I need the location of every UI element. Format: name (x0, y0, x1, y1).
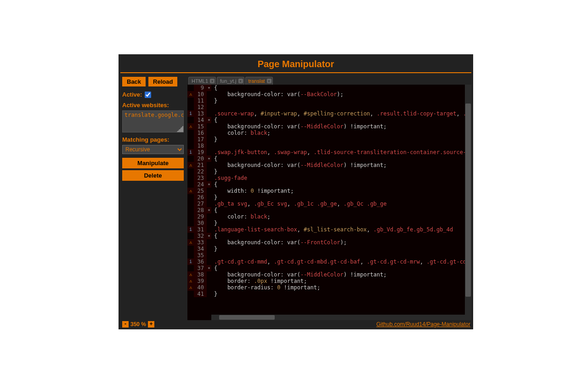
code-line[interactable]: ⚠10 background-color: var(--BackColor); (187, 91, 471, 98)
matching-pages-select[interactable]: Recursive (122, 145, 184, 154)
code-line[interactable]: i31.language-list-search-box, #sl_list-s… (187, 226, 471, 233)
code-line[interactable]: 18 (187, 143, 471, 149)
code-line[interactable]: 24▾{ (187, 181, 471, 188)
code-line[interactable]: ⚠25 width: 0 !important; (187, 188, 471, 194)
fold-icon[interactable]: ▾ (207, 85, 211, 91)
code-line[interactable]: 35 (187, 252, 471, 259)
tabs: HTML1xfun_yt.jxtranslatx (187, 77, 471, 85)
code-line[interactable]: 32▾{ (187, 233, 471, 239)
code-line[interactable]: ⚠21 background-color: var(--MiddleColor)… (187, 162, 471, 168)
tab-label: translat (249, 78, 265, 84)
code-content: } (211, 168, 217, 175)
code-line[interactable]: ⚠15 background-color: var(--MiddleColor)… (187, 123, 471, 130)
code-line[interactable]: 29 color: black; (187, 213, 471, 220)
code-line[interactable]: 23.sugg-fade (187, 175, 471, 181)
fold-icon[interactable]: ▾ (207, 207, 211, 213)
close-icon[interactable]: x (267, 79, 271, 83)
code-line[interactable]: i19.swap.jfk-button, .swap-wrap, .tlid-s… (187, 149, 471, 155)
line-number: 22 (194, 168, 207, 175)
zoom-in-button[interactable]: + (148, 321, 154, 328)
line-number: 32 (194, 233, 207, 239)
code-line[interactable]: 27.gb_ta svg, .gb_Ec svg, .gb_1c .gb_ge,… (187, 201, 471, 207)
code-line[interactable]: 26} (187, 194, 471, 201)
line-number: 16 (194, 130, 207, 136)
code-content: } (211, 246, 217, 252)
tab-translat[interactable]: translatx (245, 77, 273, 85)
code-line[interactable]: ⚠39 border: .0px !important; (187, 278, 471, 284)
fold-icon[interactable]: ▾ (207, 155, 211, 162)
code-content: background-color: var(--FrontColor); (211, 239, 347, 246)
code-line[interactable]: 16 color: black; (187, 130, 471, 136)
close-icon[interactable]: x (238, 79, 243, 83)
line-number: 36 (194, 259, 207, 265)
line-number: 33 (194, 239, 207, 246)
line-number: 24 (194, 181, 207, 188)
code-content: .gt-cd.gt-cd-mmd, .gt-cd.gt-cd-mbd.gt-cd… (211, 259, 471, 265)
code-line[interactable]: 30} (187, 220, 471, 226)
code-content: .gb_ta svg, .gb_Ec svg, .gb_1c .gb_ge, .… (211, 201, 387, 207)
zoom-out-button[interactable]: - (122, 321, 129, 328)
code-line[interactable]: 9▾{ (187, 85, 471, 91)
code-line[interactable]: 34} (187, 246, 471, 252)
info-icon: i (187, 259, 194, 265)
body: Back Reload Active: Active websites: tra… (119, 73, 473, 320)
code-line[interactable]: 28▾{ (187, 207, 471, 213)
fold-icon[interactable]: ▾ (207, 233, 211, 239)
delete-button[interactable]: Delete (122, 170, 184, 181)
code-line[interactable]: 20▾{ (187, 155, 471, 162)
code-content: background-color: var(--MiddleColor) !im… (211, 162, 387, 168)
code-line[interactable]: 41} (187, 291, 471, 297)
code-content: color: black; (211, 130, 271, 136)
line-number: 20 (194, 155, 207, 162)
warning-icon: ⚠ (187, 123, 194, 130)
warning-icon: ⚠ (187, 278, 194, 284)
code-content: } (211, 136, 217, 143)
main: HTML1xfun_yt.jxtranslatx 9▾{⚠10 backgrou… (187, 77, 471, 320)
code-line[interactable]: i13.source-wrap, #input-wrap, #spelling-… (187, 110, 471, 117)
code-line[interactable]: ⚠38 background-color: var(--MiddleColor)… (187, 271, 471, 278)
warning-icon: ⚠ (187, 239, 194, 246)
line-number: 25 (194, 188, 207, 194)
code-line[interactable]: 37▾{ (187, 265, 471, 271)
horizontal-scrollbar[interactable] (211, 315, 465, 320)
footer: - 350 % + Github.com/Ruud14/Page-Manipul… (119, 320, 473, 329)
fold-icon[interactable]: ▾ (207, 117, 211, 123)
tab-HTML1[interactable]: HTML1x (188, 77, 216, 85)
code-line[interactable]: 12 (187, 104, 471, 110)
active-checkbox[interactable] (145, 92, 151, 98)
code-line[interactable]: 14▾{ (187, 117, 471, 123)
code-content: background-color: var(--BackColor); (211, 91, 344, 98)
code-line[interactable]: 17} (187, 136, 471, 143)
warning-icon: ⚠ (187, 188, 194, 194)
line-number: 41 (194, 291, 207, 297)
fold-icon[interactable]: ▾ (207, 265, 211, 271)
code-content: background-color: var(--MiddleColor) !im… (211, 123, 387, 130)
active-websites-input[interactable]: translate.google.c (122, 110, 184, 132)
code-editor[interactable]: 9▾{⚠10 background-color: var(--BackColor… (187, 85, 471, 320)
warning-icon: ⚠ (187, 271, 194, 278)
line-number: 21 (194, 162, 207, 168)
close-icon[interactable]: x (210, 79, 215, 83)
info-icon: i (187, 110, 194, 117)
line-number: 35 (194, 252, 207, 259)
code-content: border: .0px !important; (211, 278, 307, 284)
fold-icon[interactable]: ▾ (207, 181, 211, 188)
manipulate-button[interactable]: Manipulate (122, 158, 184, 168)
warning-icon: ⚠ (187, 162, 194, 168)
code-line[interactable]: ⚠40 border-radius: 0 !important; (187, 284, 471, 291)
reload-button[interactable]: Reload (148, 77, 177, 86)
line-number: 34 (194, 246, 207, 252)
tab-fun_yt.j[interactable]: fun_yt.jx (217, 77, 244, 85)
code-line[interactable]: 11} (187, 98, 471, 104)
back-button[interactable]: Back (122, 77, 146, 86)
page-title: Page Manipulator (120, 54, 471, 73)
code-line[interactable]: i36.gt-cd.gt-cd-mmd, .gt-cd.gt-cd-mbd.gt… (187, 259, 471, 265)
vertical-scrollbar[interactable] (465, 85, 471, 320)
code-line[interactable]: ⚠33 background-color: var(--FrontColor); (187, 239, 471, 246)
code-content: { (211, 85, 217, 91)
github-link[interactable]: Github.com/Ruud14/Page-Manipulator (376, 321, 470, 328)
code-content: { (211, 155, 217, 162)
line-number: 18 (194, 143, 207, 149)
line-number: 37 (194, 265, 207, 271)
code-line[interactable]: 22} (187, 168, 471, 175)
